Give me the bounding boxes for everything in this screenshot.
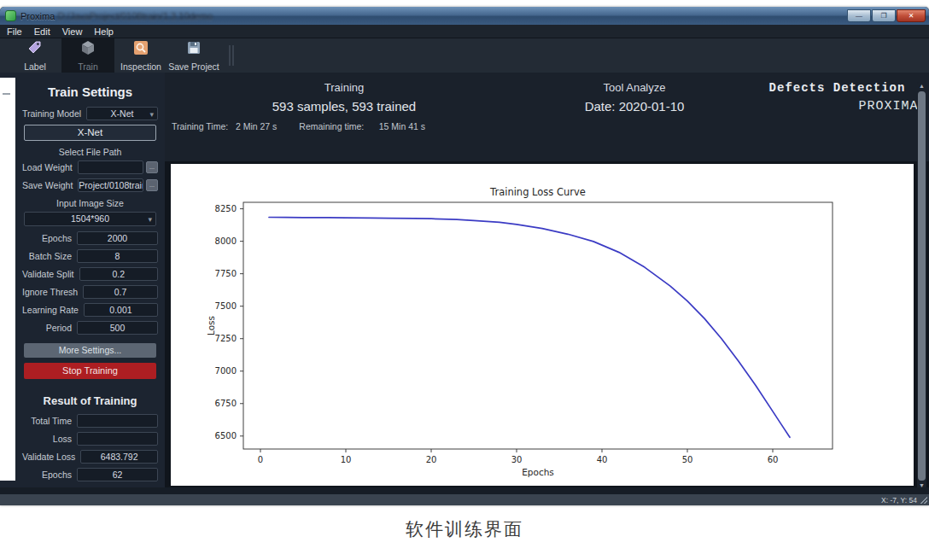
svg-text:Epochs: Epochs xyxy=(522,467,554,477)
date-text: Date: 2020-01-10 xyxy=(523,99,745,114)
svg-text:60: 60 xyxy=(768,455,779,464)
training-model-select[interactable]: X-Net ▾ xyxy=(86,107,158,120)
period-label: Period xyxy=(22,323,77,333)
epochs-label: Epochs xyxy=(22,233,77,243)
result-epochs-value: 62 xyxy=(77,468,158,481)
loss-chart-panel: 6500675070007250750077508000825001020304… xyxy=(171,164,914,486)
result-epochs-label: Epochs xyxy=(22,470,77,480)
menu-edit[interactable]: Edit xyxy=(34,26,50,37)
learning-rate-label: Learning Rate xyxy=(22,305,84,315)
svg-text:30: 30 xyxy=(511,455,523,464)
status-bar: X: -7, Y: 54 xyxy=(0,494,929,505)
chevron-down-icon: ▾ xyxy=(149,108,154,120)
save-weight-label: Save Weight xyxy=(22,180,78,190)
svg-text:40: 40 xyxy=(597,455,608,464)
figure-caption: 软件训练界面 xyxy=(0,517,929,541)
tool-analyze-title: Tool Analyze xyxy=(523,81,745,94)
training-status-title: Training xyxy=(165,81,523,94)
resize-grip[interactable] xyxy=(920,497,927,504)
more-settings-button[interactable]: More Settings... xyxy=(24,343,156,358)
validate-loss-label: Validate Loss xyxy=(22,452,80,462)
vertical-scrollbar[interactable]: ▲ ▼ xyxy=(917,82,926,490)
loss-label: Loss xyxy=(22,434,77,444)
toolbar-overflow-handle xyxy=(229,45,234,66)
menu-file[interactable]: File xyxy=(7,26,22,37)
load-weight-input[interactable] xyxy=(78,160,143,174)
batch-size-input[interactable]: 8 xyxy=(77,249,158,263)
model-name-button[interactable]: X-Net xyxy=(24,125,156,141)
remaining-time-label: Remaining time: xyxy=(299,121,364,131)
input-image-size-label: Input Image Size xyxy=(22,198,158,208)
dock-gutter xyxy=(0,78,15,481)
input-image-size-select[interactable]: 1504*960 ▾ xyxy=(24,212,156,226)
svg-text:7250: 7250 xyxy=(215,334,237,343)
train-settings-panel: Train Settings Training Model X-Net ▾ X-… xyxy=(0,73,165,493)
load-weight-label: Load Weight xyxy=(22,162,78,172)
samples-trained-text: 593 samples, 593 trained xyxy=(165,99,523,114)
epochs-input[interactable]: 2000 xyxy=(77,231,158,245)
svg-text:10: 10 xyxy=(341,455,352,464)
app-icon xyxy=(5,10,16,21)
svg-text:8250: 8250 xyxy=(215,204,237,213)
training-info-header: Training 593 samples, 593 trained Tool A… xyxy=(165,73,929,161)
title-bar: Proxima D:/JavaProject/0108train/1.3.10d… xyxy=(0,7,929,25)
menu-help[interactable]: Help xyxy=(94,26,114,37)
close-button[interactable]: ✕ xyxy=(897,9,926,22)
period-input[interactable]: 500 xyxy=(77,321,158,335)
svg-text:8000: 8000 xyxy=(215,236,237,246)
menu-view[interactable]: View xyxy=(62,26,83,37)
menu-bar: File Edit View Help xyxy=(0,25,929,38)
toolbar-train-button[interactable]: Train xyxy=(61,38,114,73)
svg-text:50: 50 xyxy=(682,455,693,464)
bottom-strip xyxy=(0,487,929,494)
svg-text:Loss: Loss xyxy=(206,316,216,335)
cursor-coordinates: X: -7, Y: 54 xyxy=(881,496,917,505)
svg-text:7500: 7500 xyxy=(215,301,237,311)
stop-training-button[interactable]: Stop Training xyxy=(24,363,156,379)
brand-defects-detection: Defects Detection xyxy=(745,81,929,95)
panel-title: Train Settings xyxy=(22,85,158,99)
batch-size-label: Batch Size xyxy=(22,251,77,261)
svg-text:6750: 6750 xyxy=(215,399,237,408)
validate-split-input[interactable]: 0.2 xyxy=(79,267,158,281)
toolbar-save-project-button[interactable]: Save Project xyxy=(167,38,220,73)
training-model-label: Training Model xyxy=(22,108,86,119)
training-time-value: 2 Min 27 s xyxy=(236,121,277,131)
learning-rate-input[interactable]: 0.001 xyxy=(84,303,158,317)
app-name: Proxima xyxy=(20,11,55,21)
scroll-up-icon[interactable]: ▲ xyxy=(917,82,926,90)
toolbar: Label Train Inspection Save Project xyxy=(0,38,929,73)
maximize-button[interactable]: ❐ xyxy=(872,9,896,22)
svg-text:6500: 6500 xyxy=(215,431,237,440)
save-weight-browse-button[interactable]: ... xyxy=(146,179,158,191)
inspection-magnifier-icon xyxy=(132,39,149,60)
toolbar-inspection-button[interactable]: Inspection xyxy=(114,38,167,73)
chevron-down-icon: ▾ xyxy=(148,213,152,226)
scrollbar-thumb[interactable] xyxy=(918,91,926,481)
validate-split-label: Validate Split xyxy=(22,269,79,279)
load-weight-browse-button[interactable]: ... xyxy=(146,161,158,173)
label-tag-icon xyxy=(26,39,44,60)
svg-text:7000: 7000 xyxy=(215,366,237,376)
training-time-label: Training Time: xyxy=(172,121,228,131)
total-time-label: Total Time xyxy=(22,416,77,426)
svg-text:20: 20 xyxy=(426,455,437,464)
svg-text:0: 0 xyxy=(258,455,263,464)
project-path: D:/JavaProject/0108train/1.3.10demo xyxy=(57,11,213,21)
svg-text:7750: 7750 xyxy=(215,269,237,278)
remaining-time-value: 15 Min 41 s xyxy=(379,121,425,131)
save-floppy-icon xyxy=(185,39,202,60)
save-weight-input[interactable]: Project/0108train xyxy=(78,178,143,192)
window-title: Proxima D:/JavaProject/0108train/1.3.10d… xyxy=(20,11,213,21)
result-of-training-title: Result of Training xyxy=(22,394,158,407)
minimize-button[interactable]: — xyxy=(847,9,871,22)
toolbar-label-button[interactable]: Label xyxy=(9,38,61,73)
select-file-path-label: Select File Path xyxy=(22,147,158,157)
panel-collapse-handle[interactable] xyxy=(3,93,10,95)
ignore-thresh-input[interactable]: 0.7 xyxy=(83,285,158,299)
validate-loss-value: 6483.792 xyxy=(80,450,158,464)
main-area: Training 593 samples, 593 trained Tool A… xyxy=(165,73,929,493)
loss-value xyxy=(77,432,158,446)
train-cube-icon xyxy=(79,39,96,60)
app-window: Proxima D:/JavaProject/0108train/1.3.10d… xyxy=(0,7,929,505)
